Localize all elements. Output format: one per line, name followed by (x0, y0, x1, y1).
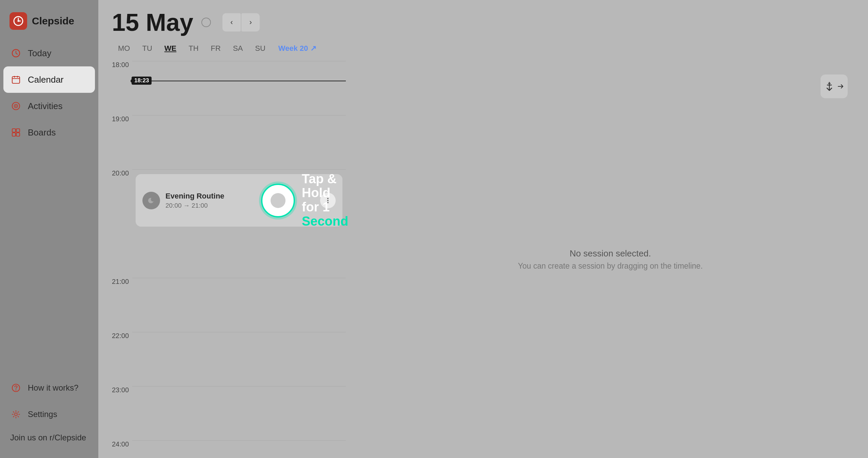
time-line-22 (132, 332, 346, 332)
no-session-subtitle: You can create a session by dragging on … (518, 262, 703, 271)
time-label-19: 19:00 (112, 115, 129, 123)
time-slot-19: 19:00 (98, 115, 353, 169)
tap-label-line2: Second (302, 214, 348, 229)
app-name: Clepside (32, 15, 74, 27)
calendar-nav: ‹ › (222, 13, 260, 32)
svg-point-8 (15, 105, 17, 107)
time-line-23 (132, 386, 346, 387)
svg-point-14 (16, 390, 17, 391)
event-card[interactable]: Evening Routine 20:00 → 21:00 (136, 174, 342, 227)
next-week-button[interactable]: › (241, 13, 260, 32)
main-content: 15 May ‹ › MO TU WE TH FR SA SU Week 20 … (98, 0, 868, 458)
day-su[interactable]: SU (249, 41, 272, 56)
time-slot-22: 22:00 (98, 332, 353, 386)
sidebar-item-calendar-label: Calendar (28, 75, 64, 85)
clock-icon (10, 47, 22, 59)
svg-point-17 (327, 200, 329, 201)
time-slot-23: 23:00 (98, 386, 353, 440)
svg-rect-4 (14, 76, 15, 78)
time-label-22: 22:00 (112, 332, 129, 340)
sidebar-item-how-it-works[interactable]: How it works? (3, 375, 95, 401)
svg-point-16 (327, 198, 329, 199)
timeline[interactable]: 18:00 18:23 19:00 20:00 (98, 61, 353, 458)
day-th[interactable]: TH (182, 41, 204, 56)
time-label-21: 21:00 (112, 278, 129, 286)
sidebar-item-calendar[interactable]: Calendar (3, 66, 95, 93)
tap-dot (271, 193, 285, 208)
settings-icon (10, 409, 22, 420)
svg-point-18 (327, 202, 329, 203)
sidebar-item-activities-label: Activities (28, 101, 63, 111)
sidebar-item-today-label: Today (28, 48, 51, 59)
week-link[interactable]: Week 20 ↗ (278, 44, 316, 53)
app-logo (9, 12, 27, 30)
day-mo[interactable]: MO (112, 41, 136, 56)
content-area: 18:00 18:23 19:00 20:00 (98, 61, 868, 458)
sidebar-item-settings-label: Settings (28, 410, 57, 419)
time-line-21 (132, 278, 346, 278)
time-slot-18: 18:00 18:23 (98, 61, 353, 115)
current-time-dot (131, 79, 134, 83)
time-slot-21: 21:00 (98, 278, 353, 332)
svg-rect-3 (12, 77, 20, 83)
activities-icon (10, 100, 22, 112)
svg-rect-9 (12, 129, 16, 132)
time-line-24 (132, 440, 346, 441)
sidebar-item-how-it-works-label: How it works? (28, 383, 78, 393)
day-we[interactable]: WE (158, 41, 182, 56)
calendar-icon (10, 74, 22, 85)
svg-point-15 (15, 413, 17, 416)
svg-rect-10 (16, 129, 20, 132)
calendar-title: 15 May (112, 10, 193, 35)
tap-indicator (261, 184, 295, 217)
time-label-23: 23:00 (112, 386, 129, 394)
svg-rect-5 (17, 76, 18, 78)
no-session-title: No session selected. (518, 248, 703, 259)
sidebar-item-boards[interactable]: Boards (3, 119, 95, 146)
day-fr[interactable]: FR (205, 41, 227, 56)
time-slot-20: 20:00 Evening Routine 20:00 → 21:00 (98, 169, 353, 278)
sidebar: Clepside Today Calendar (0, 0, 98, 458)
svg-rect-11 (12, 133, 16, 136)
day-row: MO TU WE TH FR SA SU Week 20 ↗ (98, 41, 868, 61)
time-line-18 (132, 61, 346, 61)
help-icon (10, 382, 22, 394)
calendar-header: 15 May ‹ › (98, 0, 868, 41)
svg-point-1 (18, 20, 19, 22)
no-session-message: No session selected. You can create a se… (518, 248, 703, 271)
boards-icon (10, 127, 22, 138)
sidebar-item-settings[interactable]: Settings (3, 401, 95, 428)
sidebar-item-boards-label: Boards (28, 127, 56, 138)
time-line-19 (132, 115, 346, 116)
time-label-18: 18:00 (112, 61, 129, 69)
time-label-24: 24:00 (112, 440, 129, 448)
nav-menu: Today Calendar Activities (0, 40, 98, 375)
calendar-circle (201, 18, 211, 27)
sidebar-bottom: How it works? Settings Join us on r/Clep… (0, 375, 98, 458)
day-tu[interactable]: TU (136, 41, 158, 56)
event-menu-button[interactable] (320, 193, 336, 208)
time-slot-24: 24:00 (98, 440, 353, 458)
event-avatar (142, 192, 160, 209)
current-time-bar: 18:23 (132, 81, 346, 81)
prev-week-button[interactable]: ‹ (222, 13, 241, 32)
right-panel: No session selected. You can create a se… (353, 61, 868, 458)
time-label-20: 20:00 (112, 169, 129, 177)
time-line-20 (132, 169, 346, 170)
sidebar-item-activities[interactable]: Activities (3, 93, 95, 119)
day-sa[interactable]: SA (227, 41, 249, 56)
sidebar-item-today[interactable]: Today (3, 40, 95, 66)
sidebar-header: Clepside (0, 0, 98, 40)
svg-rect-12 (16, 133, 20, 136)
sort-button[interactable] (821, 75, 848, 98)
current-time-label: 18:23 (132, 77, 152, 85)
join-text: Join us on r/Clepside (3, 428, 95, 448)
